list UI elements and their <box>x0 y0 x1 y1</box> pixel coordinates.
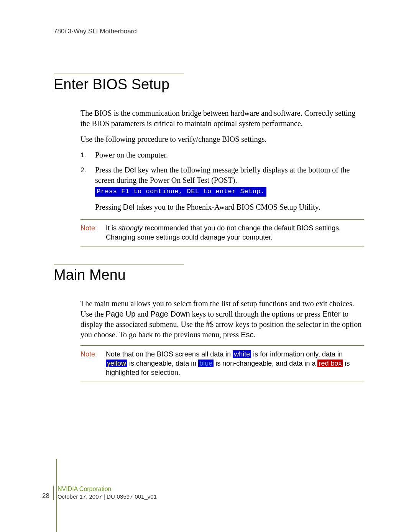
key-enter: Enter <box>322 310 341 318</box>
list-item: 2. Press the Del key when the following … <box>80 165 364 197</box>
substep-b: takes you to the Phoenix-Award BIOS CMOS… <box>135 203 320 211</box>
list-item: 1. Power on the computer. <box>80 150 364 160</box>
step-text-a: Press the <box>95 166 125 174</box>
footer-vertical-bar <box>56 459 57 532</box>
step-text: Press the Del key when the following mes… <box>95 165 364 197</box>
steps-list: 1. Power on the computer. 2. Press the D… <box>80 150 364 197</box>
key-esc: Esc <box>241 330 253 339</box>
section-title-main-menu: Main Menu <box>54 267 372 283</box>
note-body: It is strongly recommended that you do n… <box>106 223 364 242</box>
step-number: 2. <box>80 165 95 197</box>
section-rule-2 <box>54 264 184 264</box>
n2-a: Note that on the BIOS screens all data i… <box>106 350 233 358</box>
post-message: Press F1 to continue, DEL to enter Setup… <box>95 187 266 197</box>
n2-d: is non-changeable, and data in a <box>214 360 317 367</box>
note-box-2: Note: Note that on the BIOS screens all … <box>80 345 364 382</box>
section-title-enter-bios: Enter BIOS Setup <box>54 76 372 93</box>
note-a: It is <box>106 224 118 232</box>
para-bios-intro: The BIOS is the communication bridge bet… <box>80 108 364 129</box>
key-page-down: Page Down <box>150 310 190 318</box>
highlight-yellow: yellow <box>106 360 127 367</box>
section-rule-1 <box>54 74 184 74</box>
note-body: Note that on the BIOS screens all data i… <box>106 350 364 378</box>
footer-rule: NVIDIA Corporation October 17, 2007 | DU… <box>53 486 157 500</box>
page-header: 780i 3-Way SLI Motherboard <box>42 28 372 35</box>
note-label: Note: <box>80 223 106 242</box>
key-del: Del <box>123 203 135 211</box>
para-bios-procedure: Use the following procedure to verify/ch… <box>80 134 364 144</box>
highlight-blue: blue <box>198 360 214 367</box>
step-text: Power on the computer. <box>95 150 364 160</box>
n2-b: is for information only, data in <box>251 350 343 358</box>
footer-corporation: NVIDIA Corporation <box>58 486 157 493</box>
highlight-white: white <box>233 350 251 358</box>
note-label: Note: <box>80 350 106 378</box>
key-page-up: Page Up <box>106 310 136 318</box>
n2-c: is changeable, data in <box>127 360 198 367</box>
substep-text: Pressing Del takes you to the Phoenix-Aw… <box>95 202 364 212</box>
highlight-redbox: red box <box>317 360 343 367</box>
note-box-1: Note: It is strongly recommended that yo… <box>80 219 364 246</box>
step-number: 1. <box>80 150 95 160</box>
mm-b: and <box>135 310 150 318</box>
substep-a: Pressing <box>95 203 123 211</box>
mm-c: keys to scroll through the options or pr… <box>190 310 322 318</box>
page-footer: 28 NVIDIA Corporation October 17, 2007 |… <box>42 486 157 500</box>
page-number: 28 <box>42 492 53 500</box>
para-main-menu: The main menu allows you to select from … <box>80 299 364 340</box>
key-del: Del <box>125 166 136 174</box>
footer-date: October 17, 2007 | DU-03597-001_v01 <box>58 493 157 500</box>
note-em: strongly <box>118 224 143 232</box>
mm-e: . <box>254 330 256 339</box>
